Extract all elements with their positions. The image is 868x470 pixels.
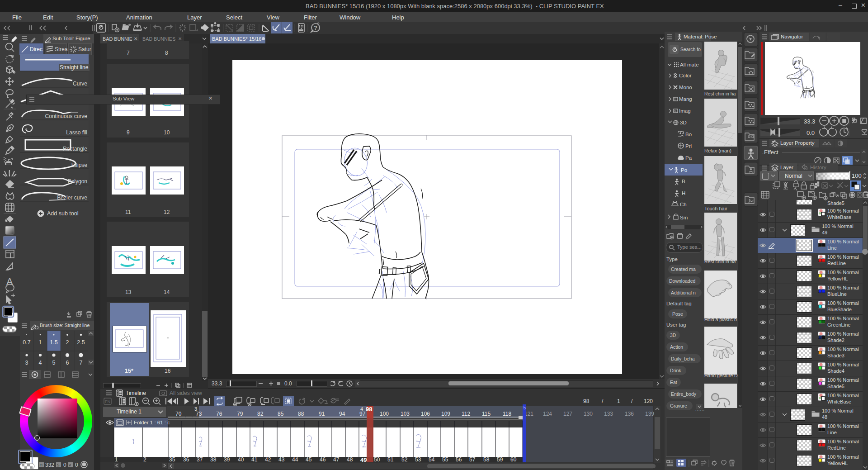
svg-text:S: S xyxy=(57,463,60,467)
svg-text:Bo: Bo xyxy=(685,132,692,137)
svg-text:127: 127 xyxy=(563,411,572,417)
svg-text:3D: 3D xyxy=(680,120,687,125)
svg-text:76: 76 xyxy=(216,411,222,417)
svg-text:48: 48 xyxy=(347,456,353,463)
svg-text:3: 3 xyxy=(194,406,197,412)
svg-text:112: 112 xyxy=(462,411,470,417)
svg-text:130: 130 xyxy=(584,411,593,417)
svg-text:106: 106 xyxy=(421,411,430,417)
svg-text:73: 73 xyxy=(196,411,202,417)
svg-text:Touch hair: Touch hair xyxy=(704,206,727,211)
svg-text:44: 44 xyxy=(292,456,298,463)
svg-text:97: 97 xyxy=(359,411,366,417)
svg-text:0: 0 xyxy=(63,462,66,468)
svg-text:6: 6 xyxy=(66,360,69,366)
svg-text:Imag: Imag xyxy=(679,108,691,114)
svg-text:Ch: Ch xyxy=(680,202,687,207)
svg-text:70: 70 xyxy=(175,411,182,417)
svg-text:88: 88 xyxy=(298,411,304,417)
svg-text:Rest chin in ha: Rest chin in ha xyxy=(704,259,736,264)
svg-text:49: 49 xyxy=(360,456,367,463)
svg-text:33.3: 33.3 xyxy=(804,118,815,125)
svg-text:Hand gesture D: Hand gesture D xyxy=(704,373,738,378)
svg-text:100: 100 xyxy=(380,411,389,417)
svg-text:1.5: 1.5 xyxy=(50,339,57,346)
svg-text:133: 133 xyxy=(604,411,613,417)
svg-text:36: 36 xyxy=(183,456,189,463)
svg-text:42: 42 xyxy=(265,456,271,463)
svg-text:4: 4 xyxy=(360,406,363,412)
svg-text:139: 139 xyxy=(645,411,654,417)
svg-text:82: 82 xyxy=(257,411,264,417)
svg-text:51: 51 xyxy=(387,456,394,463)
svg-text:38: 38 xyxy=(210,456,217,463)
svg-text:Pa: Pa xyxy=(685,155,692,161)
svg-text:57: 57 xyxy=(469,456,476,463)
svg-text:V: V xyxy=(69,463,71,467)
svg-text:Relax (man): Relax (man) xyxy=(704,148,731,153)
svg-text:98: 98 xyxy=(366,406,372,413)
svg-text:136: 136 xyxy=(625,411,634,417)
svg-text:53: 53 xyxy=(415,456,421,463)
svg-text:332: 332 xyxy=(45,462,54,468)
svg-text:Mang: Mang xyxy=(679,96,692,102)
svg-text:Po: Po xyxy=(681,167,687,173)
svg-text:Sm: Sm xyxy=(680,215,688,220)
svg-text:4: 4 xyxy=(39,360,42,366)
svg-text:103: 103 xyxy=(401,411,410,417)
svg-text:Pri: Pri xyxy=(685,143,692,149)
svg-text:41: 41 xyxy=(251,456,258,463)
svg-text:50: 50 xyxy=(374,456,380,463)
svg-text:0: 0 xyxy=(75,462,78,468)
svg-text:59: 59 xyxy=(497,456,503,463)
svg-text:45: 45 xyxy=(306,456,312,463)
svg-text:39: 39 xyxy=(224,456,230,463)
svg-text:3: 3 xyxy=(25,360,28,366)
svg-text:FN: FN xyxy=(105,399,110,404)
svg-text:B: B xyxy=(682,179,685,184)
svg-text:All mate: All mate xyxy=(680,62,699,67)
svg-text:Rest chin in ha: Rest chin in ha xyxy=(704,91,736,96)
svg-text:5: 5 xyxy=(524,405,526,410)
svg-text:2: 2 xyxy=(143,456,146,463)
svg-text:Color: Color xyxy=(679,73,692,78)
svg-text:118: 118 xyxy=(503,411,511,417)
svg-text:2: 2 xyxy=(66,339,69,346)
svg-text:91: 91 xyxy=(319,411,325,417)
svg-text:1: 1 xyxy=(115,456,118,463)
svg-text:60: 60 xyxy=(510,456,517,463)
svg-text:58: 58 xyxy=(483,456,490,463)
svg-text:47: 47 xyxy=(333,456,340,463)
svg-text:85: 85 xyxy=(278,411,284,417)
svg-text:1: 1 xyxy=(39,339,42,346)
svg-text:H: H xyxy=(40,463,43,467)
svg-text:54: 54 xyxy=(429,456,435,463)
svg-text:35: 35 xyxy=(169,456,175,463)
svg-text:Mono: Mono xyxy=(679,85,692,90)
svg-text:0.7: 0.7 xyxy=(23,339,30,346)
svg-text:0.0: 0.0 xyxy=(807,129,815,136)
svg-text:?: ? xyxy=(314,24,317,31)
svg-text:55: 55 xyxy=(442,456,448,463)
svg-text:5: 5 xyxy=(52,360,56,366)
svg-text:Hold a plastic b: Hold a plastic b xyxy=(704,317,737,322)
svg-text:79: 79 xyxy=(237,411,243,417)
svg-text:94: 94 xyxy=(339,411,345,417)
svg-text:40: 40 xyxy=(238,456,244,463)
svg-text:46: 46 xyxy=(320,456,326,463)
svg-text:H: H xyxy=(682,190,685,196)
svg-text:124: 124 xyxy=(543,411,552,417)
svg-text:2.5: 2.5 xyxy=(77,339,85,346)
svg-text:109: 109 xyxy=(441,411,450,417)
svg-text:7: 7 xyxy=(80,360,83,366)
svg-text:56: 56 xyxy=(456,456,462,463)
svg-text:37: 37 xyxy=(197,456,203,463)
svg-text:52: 52 xyxy=(401,456,408,463)
svg-text:A: A xyxy=(6,276,13,287)
svg-text:43: 43 xyxy=(278,456,285,463)
svg-text:115: 115 xyxy=(482,411,491,417)
